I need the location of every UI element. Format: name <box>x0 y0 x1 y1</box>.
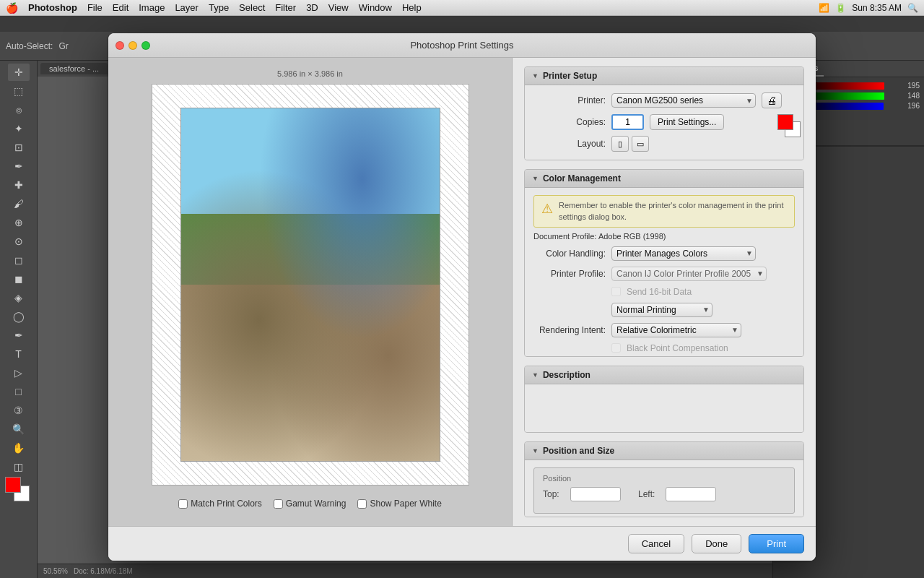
auto-select-label: Auto-Select: <box>6 41 53 51</box>
auto-select-value[interactable]: Gr <box>58 41 68 51</box>
menu-view[interactable]: View <box>328 2 349 13</box>
show-paper-white-item[interactable]: Show Paper White <box>357 499 441 509</box>
print-settings-button[interactable]: Print Settings... <box>650 114 724 130</box>
gamut-warning-item[interactable]: Gamut Warning <box>274 499 346 509</box>
search-icon[interactable]: 🔍 <box>907 3 918 13</box>
settings-pane[interactable]: ▼ Printer Setup Printer: Canon MG2500 se… <box>513 58 816 526</box>
send-16bit-row: Send 16-bit Data <box>533 287 795 297</box>
cancel-button[interactable]: Cancel <box>628 534 684 553</box>
tool-eyedropper[interactable]: ✒ <box>8 158 30 175</box>
gamut-warning-checkbox[interactable] <box>274 499 283 509</box>
layout-portrait[interactable]: ▯ <box>611 136 629 152</box>
preview-pane: 5.986 in × 3.986 in Match Print Colors G… <box>108 58 513 526</box>
tool-blur[interactable]: ◈ <box>8 289 30 306</box>
tool-note[interactable]: ◫ <box>8 458 30 475</box>
tool-zoom[interactable]: 🔍 <box>8 420 30 438</box>
black-point-row: Black Point Compensation <box>533 343 795 353</box>
description-header[interactable]: ▼ Description <box>525 366 803 384</box>
left-input[interactable] <box>666 487 716 501</box>
zoom-level: 50.56% <box>43 567 68 575</box>
top-label: Top: <box>543 489 565 499</box>
tool-heal[interactable]: ✚ <box>8 176 30 194</box>
description-content <box>525 384 803 432</box>
preview-image-area <box>180 108 440 462</box>
printer-setup-section: ▼ Printer Setup Printer: Canon MG2500 se… <box>524 66 804 160</box>
black-point-label: Black Point Compensation <box>627 343 728 353</box>
menu-window[interactable]: Window <box>359 2 392 13</box>
position-size-header[interactable]: ▼ Position and Size <box>525 442 803 460</box>
layout-label: Layout: <box>533 139 606 149</box>
maximize-button[interactable] <box>141 41 150 50</box>
printer-label: Printer: <box>533 95 606 105</box>
menu-type[interactable]: Type <box>209 2 229 13</box>
tool-stamp[interactable]: ⊕ <box>8 214 30 231</box>
layout-icons: ▯ ▭ <box>611 136 649 152</box>
printer-row: Printer: Canon MG2500 series ▼ 🖨 <box>533 92 795 108</box>
tool-hand[interactable]: ✋ <box>8 439 30 457</box>
printer-select[interactable]: Canon MG2500 series <box>611 93 756 108</box>
menu-bar-left: 🍎 Photoshop File Edit Image Layer Type S… <box>6 2 422 14</box>
dialog-body: 5.986 in × 3.986 in Match Print Colors G… <box>108 58 816 526</box>
menu-photoshop[interactable]: Photoshop <box>28 2 77 13</box>
wifi-icon: 📶 <box>819 3 829 13</box>
color-management-triangle: ▼ <box>532 175 539 182</box>
menu-layer[interactable]: Layer <box>175 2 199 13</box>
match-print-colors-checkbox[interactable] <box>178 499 188 509</box>
copies-input[interactable] <box>611 114 644 130</box>
tool-crop[interactable]: ⊡ <box>8 139 30 156</box>
printer-icon-button[interactable]: 🖨 <box>762 92 782 108</box>
left-label: Left: <box>638 489 660 499</box>
color-handling-row: Color Handling: Printer Manages Colors P… <box>533 246 795 261</box>
rendering-intent-label: Rendering Intent: <box>533 325 606 335</box>
green-value: 148 <box>902 92 920 100</box>
tool-gradient[interactable]: ◼ <box>8 270 30 288</box>
menu-3d[interactable]: 3D <box>306 2 318 13</box>
tool-pen[interactable]: ✒ <box>8 327 30 344</box>
apple-menu[interactable]: 🍎 <box>6 2 18 14</box>
color-management-header[interactable]: ▼ Color Management <box>525 170 803 188</box>
print-settings-dialog: Photoshop Print Settings 5.986 in × 3.98… <box>108 33 816 561</box>
tool-3d[interactable]: ③ <box>8 402 30 419</box>
print-button[interactable]: Print <box>749 534 804 553</box>
copies-row: Copies: Print Settings... <box>533 114 795 130</box>
menu-filter[interactable]: Filter <box>275 2 296 13</box>
tool-eraser[interactable]: ◻ <box>8 251 30 269</box>
color-swatches[interactable] <box>5 477 32 501</box>
menu-image[interactable]: Image <box>139 2 165 13</box>
printer-profile-select[interactable]: Canon IJ Color Printer Profile 2005 <box>611 267 767 281</box>
color-handling-select[interactable]: Printer Manages Colors Photoshop Manages… <box>611 246 756 261</box>
tool-lasso[interactable]: ⌾ <box>8 101 30 118</box>
foreground-color[interactable] <box>5 477 21 493</box>
printer-setup-content: Printer: Canon MG2500 series ▼ 🖨 Copies: <box>525 85 803 160</box>
dialog-titlebar: Photoshop Print Settings <box>108 33 816 58</box>
canvas-tab[interactable]: salesforce - ... <box>40 63 108 74</box>
menu-file[interactable]: File <box>87 2 103 13</box>
tool-path[interactable]: ▷ <box>8 364 30 381</box>
menu-edit[interactable]: Edit <box>113 2 128 13</box>
rendering-intent-row: Rendering Intent: Perceptual Saturation … <box>533 323 795 337</box>
tool-text[interactable]: T <box>8 345 30 363</box>
normal-printing-select[interactable]: Normal Printing Hard Proofing <box>611 303 712 317</box>
tool-select[interactable]: ⬚ <box>8 82 30 100</box>
minimize-button[interactable] <box>128 41 137 50</box>
match-print-colors-item[interactable]: Match Print Colors <box>178 499 262 509</box>
tool-wand[interactable]: ✦ <box>8 120 30 137</box>
tool-history[interactable]: ⊙ <box>8 233 30 250</box>
top-input[interactable] <box>570 487 621 501</box>
tool-brush[interactable]: 🖌 <box>8 195 30 212</box>
layout-landscape[interactable]: ▭ <box>632 136 649 152</box>
tool-shape[interactable]: □ <box>8 383 30 400</box>
printer-setup-title: Printer Setup <box>543 71 597 81</box>
tool-move[interactable]: ✛ <box>8 64 30 81</box>
panel-fg-swatch[interactable] <box>777 114 793 130</box>
menu-help[interactable]: Help <box>402 2 422 13</box>
done-button[interactable]: Done <box>692 534 741 553</box>
menu-select[interactable]: Select <box>239 2 265 13</box>
show-paper-white-checkbox[interactable] <box>357 499 367 509</box>
rendering-intent-select[interactable]: Perceptual Saturation Relative Colorimet… <box>611 323 741 337</box>
preview-paper <box>152 84 469 486</box>
close-button[interactable] <box>116 41 124 50</box>
warning-icon: ⚠ <box>541 201 553 217</box>
printer-setup-header[interactable]: ▼ Printer Setup <box>525 67 803 85</box>
tool-dodge[interactable]: ◯ <box>8 308 30 325</box>
